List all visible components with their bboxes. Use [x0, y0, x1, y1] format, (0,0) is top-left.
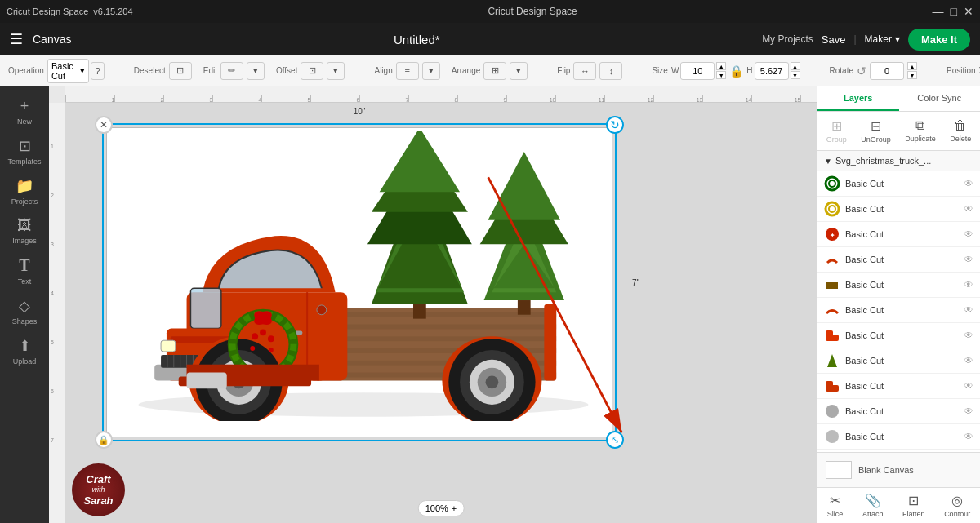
- tab-color-sync[interactable]: Color Sync: [899, 86, 981, 111]
- window-controls[interactable]: — □ ✕: [933, 5, 973, 18]
- minimize-button[interactable]: —: [933, 5, 944, 18]
- left-sidebar: + New ⊡ Templates 📁 Projects 🖼 Images T …: [0, 86, 49, 523]
- ungroup-icon: ⊟: [871, 118, 881, 134]
- zoom-plus-button[interactable]: +: [452, 503, 457, 513]
- lock-ratio-icon[interactable]: 🔒: [729, 64, 743, 78]
- sidebar-item-new[interactable]: + New: [2, 93, 47, 131]
- layer-item[interactable]: ✦ Basic Cut 👁: [817, 222, 980, 247]
- layer-item[interactable]: Basic Cut 👁: [817, 323, 980, 348]
- width-up-button[interactable]: ▲: [716, 62, 726, 70]
- layer-item[interactable]: Basic Cut 👁: [817, 399, 980, 424]
- save-button[interactable]: Save: [822, 33, 846, 46]
- canvas-area[interactable]: 0 1 2 3 4 5 6 7 8 9 10 11 12 13 14 15 1: [49, 86, 817, 523]
- rotate-down-button[interactable]: ▼: [907, 71, 917, 79]
- slice-button[interactable]: ✂ Slice: [827, 493, 844, 518]
- height-up-button[interactable]: ▲: [791, 62, 800, 70]
- offset-button[interactable]: ⊡: [301, 62, 323, 80]
- layer-item[interactable]: Basic Cut 👁: [817, 348, 980, 374]
- layer-item[interactable]: Basic Cut 👁: [817, 424, 980, 450]
- svg-point-48: [250, 346, 255, 351]
- layer-item[interactable]: Basic Cut 👁: [817, 171, 980, 197]
- eye-icon-5[interactable]: 👁: [964, 279, 973, 290]
- eye-icon-7[interactable]: 👁: [964, 330, 973, 341]
- contour-button[interactable]: ◎ Contour: [944, 493, 970, 518]
- edit-menu-button[interactable]: ▾: [247, 62, 265, 80]
- delete-button[interactable]: 🗑 Delete: [947, 117, 974, 145]
- svg-rect-4: [315, 336, 556, 341]
- rotate-up-button[interactable]: ▲: [907, 62, 917, 70]
- eye-icon-4[interactable]: 👁: [964, 254, 973, 265]
- layer-item[interactable]: Basic Cut 👁: [817, 298, 980, 323]
- eye-icon-1[interactable]: 👁: [964, 178, 973, 189]
- eye-icon-11[interactable]: 👁: [964, 431, 973, 442]
- width-down-button[interactable]: ▼: [716, 71, 726, 79]
- images-icon: 🖼: [17, 217, 32, 234]
- tab-layers[interactable]: Layers: [817, 86, 899, 111]
- svg-rect-79: [826, 381, 833, 388]
- edit-button[interactable]: ✏: [220, 62, 243, 80]
- arrange-menu-button[interactable]: ▾: [510, 62, 528, 80]
- my-projects-button[interactable]: My Projects: [762, 33, 813, 45]
- sidebar-item-shapes[interactable]: ◇ Shapes: [2, 292, 47, 330]
- group-button[interactable]: ⊞ Group: [823, 117, 850, 145]
- flatten-button[interactable]: ⊡ Flatten: [902, 493, 925, 518]
- sidebar-item-images[interactable]: 🖼 Images: [2, 212, 47, 250]
- svg-rect-3: [315, 325, 556, 330]
- layer-item[interactable]: Basic Cut 👁: [817, 273, 980, 298]
- close-button[interactable]: ✕: [964, 5, 973, 18]
- flip-v-button[interactable]: ↕: [599, 62, 622, 80]
- rotate-input[interactable]: [870, 62, 904, 80]
- sidebar-item-projects[interactable]: 📁 Projects: [2, 172, 47, 211]
- layer-group-header[interactable]: ▼ Svg_christmas_truck_...: [817, 151, 980, 171]
- align-button[interactable]: ≡: [396, 62, 419, 80]
- operation-select[interactable]: Basic Cut ▾: [47, 59, 89, 83]
- svg-point-81: [826, 430, 839, 443]
- svg-point-65: [317, 305, 327, 315]
- layer-item[interactable]: Basic Cut 👁: [817, 374, 980, 399]
- ungroup-button[interactable]: ⊟ UnGroup: [858, 117, 894, 145]
- layer-color-3: ✦: [824, 226, 840, 242]
- new-icon: +: [20, 98, 29, 115]
- menu-button[interactable]: ☰: [10, 30, 23, 48]
- canvas-content[interactable]: ✕ ↻ 🔒 ⤡ 10" 7" Craft wit: [65, 103, 817, 523]
- shapes-icon: ◇: [19, 297, 30, 315]
- sidebar-item-templates[interactable]: ⊡ Templates: [2, 132, 47, 171]
- layer-name-4: Basic Cut: [845, 255, 959, 264]
- layers-list: ▼ Svg_christmas_truck_... Basic Cut 👁 Ba…: [817, 151, 980, 452]
- eye-icon-2[interactable]: 👁: [964, 203, 973, 215]
- eye-icon-10[interactable]: 👁: [964, 406, 973, 417]
- duplicate-button[interactable]: ⧉ Duplicate: [902, 117, 939, 145]
- height-input[interactable]: [755, 62, 789, 80]
- ruler-left: 1 2 3 4 5 6 7: [49, 103, 65, 523]
- make-it-button[interactable]: Make It: [908, 29, 970, 51]
- eye-icon-9[interactable]: 👁: [964, 380, 973, 392]
- svg-point-44: [258, 313, 268, 323]
- flip-h-button[interactable]: ↔: [573, 62, 596, 80]
- deselect-button[interactable]: ⊡: [169, 62, 192, 80]
- layer-name-7: Basic Cut: [845, 330, 959, 340]
- layer-color-7: [824, 327, 840, 343]
- arrange-button[interactable]: ⊞: [483, 62, 506, 80]
- width-input[interactable]: [680, 62, 715, 80]
- height-down-button[interactable]: ▼: [791, 71, 800, 79]
- operation-help-button[interactable]: ?: [91, 62, 105, 80]
- eye-icon-8[interactable]: 👁: [964, 355, 973, 366]
- slice-label: Slice: [827, 510, 844, 518]
- eye-icon-3[interactable]: 👁: [964, 228, 973, 240]
- rotate-group: Rotate ↺ ▲ ▼: [830, 62, 917, 80]
- maximize-button[interactable]: □: [951, 5, 957, 18]
- eye-icon-6[interactable]: 👁: [964, 304, 973, 316]
- layer-item[interactable]: Basic Cut 👁: [817, 197, 980, 222]
- blank-canvas-row: Blank Canvas: [822, 458, 975, 482]
- sidebar-item-upload[interactable]: ⬆ Upload: [2, 332, 47, 370]
- zoom-control[interactable]: 100% +: [418, 500, 465, 516]
- maker-button[interactable]: Maker ▾: [865, 33, 900, 45]
- svg-rect-74: [826, 282, 838, 289]
- arrange-label: Arrange: [452, 66, 481, 75]
- sidebar-item-text[interactable]: T Text: [2, 251, 47, 290]
- layer-item[interactable]: Basic Cut 👁: [817, 247, 980, 273]
- window-title: Cricut Design Space: [133, 6, 933, 17]
- align-menu-button[interactable]: ▾: [422, 62, 440, 80]
- offset-menu-button[interactable]: ▾: [327, 62, 345, 80]
- attach-button[interactable]: 📎 Attach: [862, 493, 884, 518]
